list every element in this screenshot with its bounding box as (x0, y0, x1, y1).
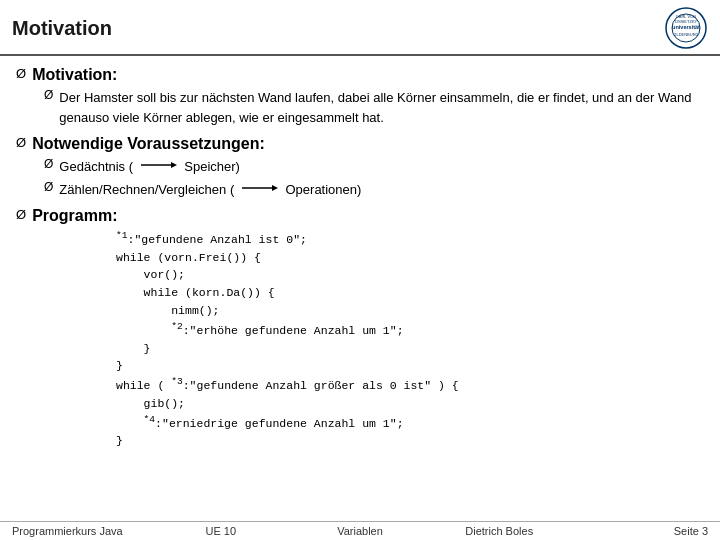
section-motivation: Ø Motivation: Ø Der Hamster soll bis zur… (16, 66, 704, 127)
bullet-arrow-3: Ø (16, 207, 26, 222)
code-line-12: } (116, 432, 704, 450)
code-line-9: while ( *3:"gefundene Anzahl größer als … (116, 375, 704, 395)
footer-col2: UE 10 (151, 525, 290, 537)
svg-text:universität: universität (672, 24, 700, 30)
section-motivation-text: Der Hamster soll bis zur nächsten Wand l… (59, 88, 704, 127)
logo-svg: CARL VON OSSIETZKY universität OLDENBURG (664, 6, 708, 50)
sub-bullet-arrow-1: Ø (44, 88, 53, 102)
section-programm-title: Programm: (32, 207, 117, 225)
sub-bullet-arrow-2b: Ø (44, 180, 53, 194)
svg-text:OLDENBURG: OLDENBURG (673, 32, 698, 37)
code-line-1: *1:"gefundene Anzahl ist 0"; (116, 229, 704, 249)
gedaechtnis-right: Speicher) (184, 159, 240, 174)
university-logo: CARL VON OSSIETZKY universität OLDENBURG (664, 6, 708, 50)
bullet-arrow-2: Ø (16, 135, 26, 150)
section-motivation-title: Motivation: (32, 66, 117, 84)
svg-marker-7 (171, 162, 177, 168)
zahlen-left: Zählen/Rechnen/Vergleichen ( (59, 182, 234, 197)
code-line-8: } (116, 357, 704, 375)
footer-col5: Seite 3 (569, 525, 708, 537)
section-voraussetzungen: Ø Notwendige Voraussetzungen: Ø Gedächtn… (16, 135, 704, 199)
section-programm: Ø Programm: *1:"gefundene Anzahl ist 0";… (16, 207, 704, 450)
svg-marker-9 (272, 185, 278, 191)
code-label-2: *2 (171, 321, 183, 332)
zahlen-text: Zählen/Rechnen/Vergleichen ( Operationen… (59, 180, 361, 200)
main-content: Ø Motivation: Ø Der Hamster soll bis zur… (0, 56, 720, 450)
gedaechtnis-text: Gedächtnis ( Speicher) (59, 157, 240, 177)
code-line-10: gib(); (116, 395, 704, 413)
sub-bullet-arrow-2a: Ø (44, 157, 53, 171)
page-title: Motivation (12, 17, 112, 40)
code-line-2: while (vorn.Frei()) { (116, 249, 704, 267)
section-programm-row: Ø Programm: (16, 207, 704, 225)
gedaechtnis-left: Gedächtnis ( (59, 159, 133, 174)
gedaechtnis-row: Ø Gedächtnis ( Speicher) (44, 157, 704, 177)
zahlen-right: Operationen) (285, 182, 361, 197)
code-line-3: vor(); (116, 266, 704, 284)
arrow-line-2 (242, 182, 278, 194)
arrow-line-1 (141, 159, 177, 171)
footer-col4: Dietrich Boles (430, 525, 569, 537)
code-line-6: *2:"erhöhe gefundene Anzahl um 1"; (116, 320, 704, 340)
code-line-11: *4:"erniedrige gefundene Anzahl um 1"; (116, 413, 704, 433)
page-header: Motivation CARL VON OSSIETZKY universitä… (0, 0, 720, 56)
section-motivation-row: Ø Motivation: (16, 66, 704, 84)
bullet-arrow-1: Ø (16, 66, 26, 81)
code-label-1: *1 (116, 230, 128, 241)
code-line-5: nimm(); (116, 302, 704, 320)
footer-col1: Programmierkurs Java (12, 525, 151, 537)
code-label-4: *4 (144, 414, 156, 425)
page-footer: Programmierkurs Java UE 10 Variablen Die… (0, 521, 720, 540)
code-line-7: } (116, 340, 704, 358)
section-motivation-sub: Ø Der Hamster soll bis zur nächsten Wand… (44, 88, 704, 127)
code-block: *1:"gefundene Anzahl ist 0"; while (vorn… (116, 229, 704, 450)
code-label-3: *3 (171, 376, 183, 387)
footer-col3: Variablen (290, 525, 429, 537)
zahlen-row: Ø Zählen/Rechnen/Vergleichen ( Operation… (44, 180, 704, 200)
section-voraussetzungen-title: Notwendige Voraussetzungen: (32, 135, 265, 153)
section-voraussetzungen-row: Ø Notwendige Voraussetzungen: (16, 135, 704, 153)
code-line-4: while (korn.Da()) { (116, 284, 704, 302)
